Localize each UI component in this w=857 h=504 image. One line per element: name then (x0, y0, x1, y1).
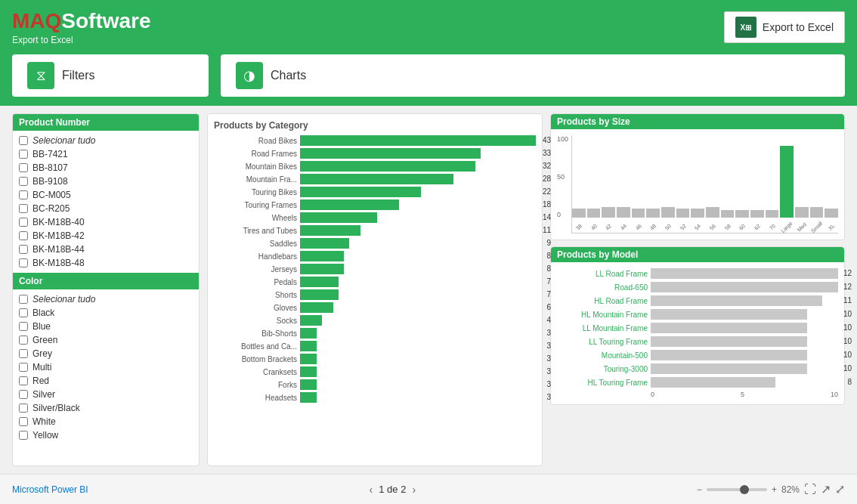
color-checkbox[interactable] (19, 404, 28, 413)
color-item[interactable]: Green (13, 333, 199, 347)
product-number-checkbox[interactable] (19, 177, 28, 186)
category-bar-value: 33 (543, 148, 551, 159)
category-bar-label: Handlebars (214, 252, 297, 261)
color-checkbox[interactable] (19, 363, 28, 372)
model-bar-row: Touring-300010 (557, 363, 838, 374)
size-bar-label: 48 (649, 223, 657, 230)
color-label: Blue (32, 321, 51, 332)
color-item[interactable]: Silver/Black (13, 401, 199, 415)
category-bar-label: Bottles and Ca... (214, 342, 297, 351)
product-number-label: BK-M18B-42 (32, 230, 85, 241)
color-checkbox[interactable] (19, 390, 28, 399)
category-bar-label: Touring Bikes (214, 188, 297, 196)
color-item[interactable]: Blue (13, 320, 199, 333)
color-checkbox[interactable] (19, 308, 28, 317)
zoom-plus[interactable]: + (772, 484, 777, 495)
product-number-item[interactable]: BK-M18B-42 (13, 229, 199, 243)
model-bar-value: 10 (843, 350, 852, 360)
model-bar-value: 10 (843, 363, 852, 374)
category-bar-value: 3 (546, 366, 551, 377)
color-item[interactable]: Black (13, 306, 199, 320)
fullscreen-button[interactable]: ⛶ (804, 483, 816, 496)
size-bar-group: 42 (602, 207, 615, 218)
size-bar-label: 38 (575, 223, 583, 230)
product-number-item[interactable]: BB-7421 (13, 147, 199, 161)
model-bar-container: 10 (651, 336, 838, 347)
color-checkbox[interactable] (19, 295, 28, 304)
size-bar-group: XL (825, 209, 838, 218)
size-bar-label: 40 (589, 223, 597, 230)
color-item[interactable]: White (13, 415, 199, 428)
color-section: Color Selecionar tudoBlackBlueGreenGreyM… (13, 273, 199, 445)
category-bar-container: 33 (300, 148, 536, 159)
model-bar-label: Mountain-500 (557, 351, 648, 360)
model-bar-row: HL Touring Frame8 (557, 377, 838, 388)
model-bar-value: 10 (843, 336, 852, 347)
product-number-item[interactable]: BC-R205 (13, 202, 199, 215)
zoom-minus[interactable]: − (697, 484, 702, 495)
product-number-checkbox[interactable] (19, 150, 28, 159)
color-item[interactable]: Grey (13, 347, 199, 360)
product-number-checkbox[interactable] (19, 190, 28, 199)
product-number-item[interactable]: BC-M005 (13, 188, 199, 202)
zoom-slider[interactable] (707, 488, 767, 491)
color-item[interactable]: Selecionar tudo (13, 292, 199, 306)
product-number-item[interactable]: BK-M18B-44 (13, 243, 199, 256)
color-label: Yellow (32, 430, 58, 441)
category-bar-container: 28 (300, 174, 536, 184)
color-item[interactable]: Silver (13, 388, 199, 401)
product-number-label: BB-8107 (32, 162, 68, 173)
model-bar-container: 12 (651, 268, 838, 279)
product-number-checkbox[interactable] (19, 258, 28, 267)
product-number-checkbox[interactable] (19, 218, 28, 227)
product-number-checkbox[interactable] (19, 136, 28, 145)
size-bar (810, 207, 824, 218)
product-number-item[interactable]: BB-8107 (13, 161, 199, 175)
color-item[interactable]: Yellow (13, 428, 199, 442)
category-bar (300, 212, 377, 223)
model-bar-label: HL Mountain Frame (557, 311, 648, 319)
toolbar: ⧖ Filters ◑ Charts (0, 54, 857, 106)
category-bar-value: 4 (546, 315, 551, 326)
size-bar (602, 207, 615, 218)
category-bar-value: 3 (546, 392, 551, 403)
bottom-bar: Microsoft Power BI ‹ 1 de 2 › − + 82% ⛶ … (0, 474, 857, 504)
product-number-checkbox[interactable] (19, 245, 28, 254)
size-bar (735, 210, 749, 218)
color-checkbox[interactable] (19, 431, 28, 440)
model-x-axis: 0510 (651, 391, 838, 398)
category-bar (300, 251, 344, 261)
size-bar-group: 52 (676, 209, 690, 218)
product-number-item[interactable]: BK-M18B-48 (13, 256, 199, 270)
color-checkbox[interactable] (19, 376, 28, 385)
size-bar-label: Large (780, 221, 794, 234)
size-bar-group: 54 (691, 209, 704, 218)
model-chart-panel: Products by Model LL Road Frame12Road-65… (550, 246, 845, 405)
category-bar-row: Tires and Tubes11 (214, 225, 536, 236)
prev-page-button[interactable]: ‹ (370, 484, 373, 496)
product-number-item[interactable]: BK-M18B-40 (13, 215, 199, 229)
color-item[interactable]: Multi (13, 360, 199, 374)
share-button[interactable]: ↗ (821, 482, 831, 496)
color-item[interactable]: Red (13, 374, 199, 388)
size-bar (795, 207, 809, 218)
charts-button[interactable]: ◑ Charts (221, 54, 845, 97)
category-bar-chart: Road Bikes43Road Frames33Mountain Bikes3… (214, 135, 536, 459)
filters-button[interactable]: ⧖ Filters (12, 54, 209, 97)
export-excel-button[interactable]: X⊞ Export to Excel (724, 11, 845, 43)
color-checkbox[interactable] (19, 322, 28, 331)
product-number-checkbox[interactable] (19, 204, 28, 213)
powerbi-link[interactable]: Microsoft Power BI (12, 484, 88, 495)
category-bar (300, 379, 317, 390)
expand-button[interactable]: ⤢ (835, 482, 845, 496)
color-checkbox[interactable] (19, 349, 28, 358)
product-number-checkbox[interactable] (19, 231, 28, 240)
product-number-item[interactable]: BB-9108 (13, 175, 199, 188)
model-bar-row: Mountain-50010 (557, 350, 838, 360)
color-checkbox[interactable] (19, 417, 28, 426)
product-number-item[interactable]: Selecionar tudo (13, 134, 199, 147)
color-checkbox[interactable] (19, 335, 28, 345)
product-number-checkbox[interactable] (19, 163, 28, 172)
next-page-button[interactable]: › (412, 484, 416, 496)
logo-software: Software (61, 9, 150, 32)
